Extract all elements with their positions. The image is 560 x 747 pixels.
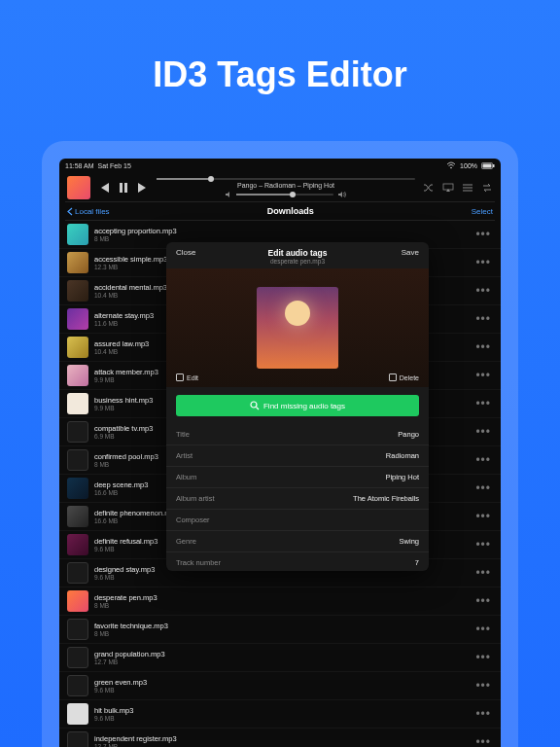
modal-filename: desperate pen.mp3 [205,258,390,265]
battery-icon [481,162,495,169]
tag-fields: TitlePangoArtistRadiomanAlbumPiping HotA… [166,424,429,571]
battery-percent: 100% [460,162,477,169]
find-tags-button[interactable]: Find missing audio tags [176,395,419,416]
file-thumb [67,590,88,612]
tag-label: Album artist [176,494,215,503]
file-size: 8 MB [94,602,468,609]
tag-label: Track number [176,558,221,567]
file-more-button[interactable]: ••• [473,481,493,495]
file-name: hit bulk.mp3 [94,706,468,715]
file-more-button[interactable]: ••• [473,594,493,608]
file-row[interactable]: grand population.mp312.7 MB••• [59,644,501,672]
tag-field-row[interactable]: Album artistThe Atomic Fireballs [166,488,429,510]
svg-rect-5 [124,183,127,193]
file-more-button[interactable]: ••• [473,510,493,523]
volume-min-icon [225,191,232,198]
search-icon [250,401,260,410]
progress-slider[interactable] [157,178,415,180]
file-name: green even.mp3 [94,678,468,687]
chevron-left-icon [67,207,73,216]
page-title: Downloads [267,206,314,216]
file-row[interactable]: independent register.mp312.7 MB••• [59,729,501,747]
file-row[interactable]: favorite technique.mp38 MB••• [59,616,501,644]
trash-icon [389,374,397,381]
airplay-icon[interactable] [442,183,454,193]
tag-field-row[interactable]: GenreSwing [166,531,429,552]
tablet-frame: 11:58 AM Sat Feb 15 100% [42,141,518,747]
shuffle-icon[interactable] [423,183,435,193]
hero-title: ID3 Tags Editor [0,0,560,95]
prev-button[interactable] [98,182,110,194]
delete-art-label: Delete [400,374,419,381]
file-row[interactable]: green even.mp39.6 MB••• [59,672,501,700]
file-size: 9.6 MB [94,715,468,722]
repeat-icon[interactable] [481,183,493,193]
back-button[interactable]: Local files [67,207,110,216]
file-more-button[interactable]: ••• [473,622,493,636]
now-playing-art[interactable] [67,176,90,199]
tag-field-row[interactable]: AlbumPiping Hot [166,467,429,488]
tag-value: 7 [415,558,419,567]
file-more-button[interactable]: ••• [473,679,493,693]
file-more-button[interactable]: ••• [473,453,493,467]
svg-rect-3 [493,164,495,167]
queue-icon[interactable] [462,183,473,193]
file-more-button[interactable]: ••• [473,228,493,241]
delete-art-button[interactable]: Delete [389,374,419,381]
tag-field-row[interactable]: Composer [166,510,429,531]
tag-field-row[interactable]: ArtistRadioman [166,445,429,467]
file-size: 9.6 MB [94,687,468,694]
file-thumb [67,703,88,725]
volume-max-icon [337,191,347,198]
edit-art-button[interactable]: Edit [176,374,198,381]
pause-button[interactable] [118,182,129,194]
file-thumb [67,562,88,584]
file-more-button[interactable]: ••• [473,340,493,354]
file-more-button[interactable]: ••• [473,707,493,721]
nav-row: Local files Downloads Select [59,202,501,220]
file-thumb [67,393,88,414]
file-more-button[interactable]: ••• [473,397,493,410]
file-more-button[interactable]: ••• [473,369,493,382]
svg-point-7 [251,402,257,408]
file-size: 12.7 MB [94,743,468,747]
file-more-button[interactable]: ••• [473,566,493,580]
tag-value: Swing [400,537,419,546]
file-name: desperate pen.mp3 [94,593,468,602]
file-thumb [67,449,88,471]
tag-field-row[interactable]: Track number7 [166,552,429,571]
file-more-button[interactable]: ••• [473,538,493,551]
tag-label: Title [176,430,190,439]
file-more-button[interactable]: ••• [473,735,493,747]
tag-label: Genre [176,537,196,546]
file-row[interactable]: desperate pen.mp38 MB••• [59,587,501,616]
modal-save-button[interactable]: Save [390,248,419,257]
file-more-button[interactable]: ••• [473,651,493,664]
file-thumb [67,731,88,747]
cover-art[interactable] [257,287,338,369]
file-size: 8 MB [94,630,468,637]
file-name: independent register.mp3 [94,734,468,743]
tag-label: Composer [176,516,210,524]
tag-value: Piping Hot [385,473,419,481]
next-button[interactable] [137,182,149,194]
tag-field-row[interactable]: TitlePango [166,424,429,445]
file-more-button[interactable]: ••• [473,425,493,439]
wifi-icon [446,161,456,169]
file-thumb [67,308,88,330]
status-time: 11:58 AM [65,162,94,169]
tag-value: Radioman [386,451,419,460]
file-more-button[interactable]: ••• [473,284,493,298]
file-size: 9.6 MB [94,574,468,581]
modal-close-button[interactable]: Close [176,248,205,257]
file-name: accepting proportion.mp3 [94,227,468,235]
file-more-button[interactable]: ••• [473,256,493,269]
volume-slider[interactable] [236,194,333,196]
file-more-button[interactable]: ••• [473,312,493,326]
svg-rect-4 [120,183,122,193]
now-playing-title: Pango – Radioman – Piping Hot [157,182,415,189]
file-row[interactable]: hit bulk.mp39.6 MB••• [59,700,501,729]
select-button[interactable]: Select [472,207,493,216]
file-size: 8 MB [94,235,468,242]
file-thumb [67,280,88,302]
